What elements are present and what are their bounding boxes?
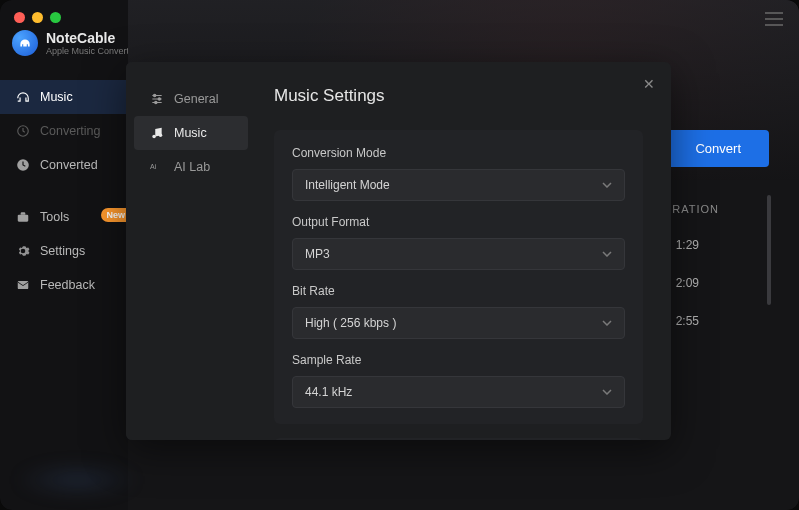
select-bit-rate[interactable]: High ( 256 kbps ) [292, 307, 625, 339]
application-window: NoteCable Apple Music Converter Music Co… [0, 0, 799, 510]
app-title: NoteCable [46, 30, 137, 46]
sidebar-item-label: Converted [40, 158, 98, 172]
app-logo-icon [12, 30, 38, 56]
field-label-bit-rate: Bit Rate [292, 284, 625, 298]
select-value: 44.1 kHz [305, 385, 352, 399]
sidebar-item-feedback[interactable]: Feedback [0, 268, 128, 302]
select-conversion-mode[interactable]: Intelligent Mode [292, 169, 625, 201]
headphones-icon [16, 90, 30, 104]
convert-button[interactable]: Convert [667, 130, 769, 167]
svg-point-6 [155, 101, 157, 103]
select-value: High ( 256 kbps ) [305, 316, 396, 330]
chevron-down-icon [602, 182, 612, 188]
sidebar-item-label: Feedback [40, 278, 95, 292]
window-minimize-button[interactable] [32, 12, 43, 23]
chevron-down-icon [602, 320, 612, 326]
tab-label: AI Lab [174, 160, 210, 174]
svg-point-7 [152, 135, 156, 139]
tab-general[interactable]: General [134, 82, 248, 116]
settings-panel: ✕ Music Settings Conversion Mode Intelli… [256, 62, 671, 440]
toolbox-icon [16, 210, 30, 224]
clock-icon [16, 158, 30, 172]
sidebar-item-music[interactable]: Music [0, 80, 128, 114]
ai-icon: Ai [150, 160, 164, 174]
app-subtitle: Apple Music Converter [46, 46, 137, 56]
duration-value: 2:09 [676, 276, 699, 290]
svg-rect-2 [18, 215, 29, 222]
close-icon[interactable]: ✕ [643, 76, 655, 92]
select-value: MP3 [305, 247, 330, 261]
sliders-icon [150, 92, 164, 106]
settings-group-output: Output Folder ... [274, 438, 643, 440]
scrollbar-thumb[interactable] [767, 195, 771, 305]
sidebar-item-settings[interactable]: Settings [0, 234, 128, 268]
window-controls [14, 12, 61, 23]
field-label-output-format: Output Format [292, 215, 625, 229]
svg-point-8 [159, 134, 163, 138]
music-note-icon [150, 126, 164, 140]
sidebar-item-label: Settings [40, 244, 85, 258]
select-value: Intelligent Mode [305, 178, 390, 192]
select-sample-rate[interactable]: 44.1 kHz [292, 376, 625, 408]
chevron-down-icon [602, 389, 612, 395]
tab-ai-lab[interactable]: Ai AI Lab [134, 150, 248, 184]
sidebar-item-label: Tools [40, 210, 69, 224]
sidebar-item-converted[interactable]: Converted [0, 148, 128, 182]
menu-icon[interactable] [765, 12, 783, 26]
duration-value: 2:55 [676, 314, 699, 328]
window-maximize-button[interactable] [50, 12, 61, 23]
bottom-blur-area [14, 462, 140, 498]
tab-label: Music [174, 126, 207, 140]
chevron-down-icon [602, 251, 612, 257]
duration-list: 1:29 2:09 2:55 [676, 238, 699, 328]
settings-group-audio: Conversion Mode Intelligent Mode Output … [274, 130, 643, 424]
panel-title: Music Settings [274, 86, 643, 106]
window-close-button[interactable] [14, 12, 25, 23]
sidebar-item-converting[interactable]: Converting [0, 114, 128, 148]
duration-value: 1:29 [676, 238, 699, 252]
svg-point-4 [154, 94, 156, 96]
tab-music[interactable]: Music [134, 116, 248, 150]
sidebar-item-label: Music [40, 90, 73, 104]
app-brand: NoteCable Apple Music Converter [12, 30, 137, 56]
select-output-format[interactable]: MP3 [292, 238, 625, 270]
column-header-duration: URATION [663, 203, 719, 215]
settings-modal: General Music Ai AI Lab ✕ Music Settings… [126, 62, 671, 440]
tab-label: General [174, 92, 218, 106]
svg-point-5 [158, 98, 160, 100]
svg-text:Ai: Ai [150, 163, 157, 170]
sidebar-item-tools[interactable]: Tools New [0, 200, 128, 234]
field-label-sample-rate: Sample Rate [292, 353, 625, 367]
sidebar-item-label: Converting [40, 124, 100, 138]
gear-icon [16, 244, 30, 258]
converting-icon [16, 124, 30, 138]
sidebar: Music Converting Converted Tools New Set… [0, 80, 128, 302]
svg-rect-3 [18, 281, 29, 289]
settings-tabs: General Music Ai AI Lab [126, 62, 256, 440]
field-label-conversion-mode: Conversion Mode [292, 146, 625, 160]
mail-icon [16, 278, 30, 292]
